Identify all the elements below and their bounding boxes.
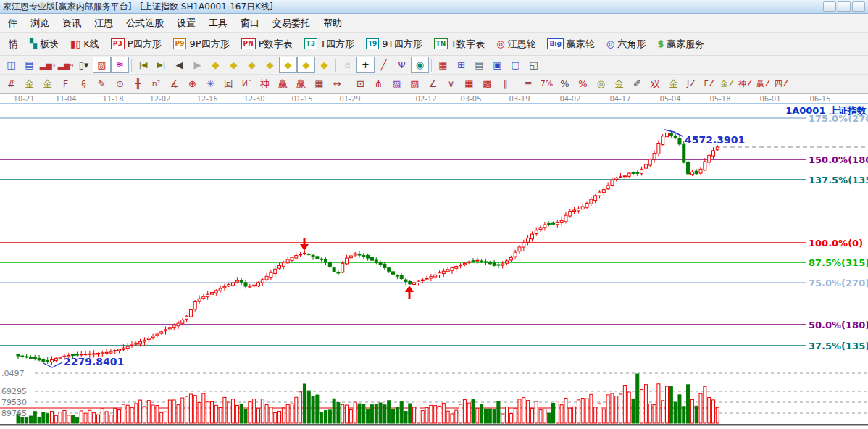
n-square-icon[interactable]: n² xyxy=(147,75,165,92)
width-measure-icon[interactable]: ↔ xyxy=(328,75,346,92)
feature-p-square[interactable]: P3P四方形 xyxy=(105,35,167,54)
bars-3-icon[interactable]: ▂▅₃ xyxy=(38,57,57,73)
minimize-button[interactable] xyxy=(823,1,836,12)
info-board-icon[interactable]: ▤ xyxy=(20,57,38,73)
j-angle-icon[interactable]: J∠ xyxy=(683,75,701,92)
gold-levels-icon[interactable]: 金 xyxy=(610,75,628,92)
save-web-icon[interactable]: ▢ xyxy=(506,57,525,73)
diamond-shrink2-icon[interactable]: ◆ xyxy=(279,57,297,73)
gold-angle-icon[interactable]: 金∠ xyxy=(719,75,737,92)
menu-trade-order[interactable]: 交易委托 xyxy=(266,14,317,32)
bars-9-icon[interactable]: ▂▅₉ xyxy=(57,57,75,73)
feature-t-number-table[interactable]: TNT数字表 xyxy=(428,35,491,54)
ying-grid-icon[interactable]: 赢 xyxy=(274,75,292,92)
first-bar-icon[interactable]: |◀ xyxy=(134,57,152,73)
menu-browse[interactable]: 浏览 xyxy=(24,14,56,32)
star-dots-icon[interactable]: ✳ xyxy=(201,75,220,92)
f-grid-icon[interactable]: F xyxy=(57,75,75,92)
feature-hexagon[interactable]: ◎六角形 xyxy=(601,35,651,54)
square-spiral-icon[interactable]: 回 xyxy=(220,75,238,92)
gann-fan-icon[interactable]: ⋔ xyxy=(370,75,388,92)
maximize-button[interactable] xyxy=(838,1,851,12)
angle-compass-icon[interactable]: ∡ xyxy=(165,75,183,92)
close-button[interactable] xyxy=(852,1,865,12)
kline-chart-area[interactable] xyxy=(0,103,868,429)
prev-page-icon[interactable]: ◀ xyxy=(170,57,188,73)
partial-tool-icon[interactable]: # xyxy=(2,75,20,92)
feature-9t-square[interactable]: T99T四方形 xyxy=(360,35,428,54)
zigzag-icon[interactable]: ∨ xyxy=(442,75,460,92)
double-box-icon[interactable]: 双 xyxy=(646,75,664,92)
trendline-icon[interactable]: ╱ xyxy=(375,57,393,73)
parallel-lines-icon[interactable]: ∥ xyxy=(496,75,514,92)
feature-p-number-table[interactable]: PNP数字表 xyxy=(235,35,299,54)
pattern-icon[interactable]: ▨ xyxy=(93,57,111,73)
screen-layout-icon[interactable]: ◫ xyxy=(2,57,20,73)
feature-gann-wheel[interactable]: ◎江恩轮 xyxy=(491,35,541,54)
diamond-expand2-icon[interactable]: ◆ xyxy=(297,57,315,73)
marker-pen-icon[interactable]: ✎ xyxy=(93,75,111,92)
ruler-123-icon[interactable]: ▦ xyxy=(310,75,328,92)
menu-settings[interactable]: 设置 xyxy=(170,14,202,32)
menu-window[interactable]: 窗口 xyxy=(234,14,266,32)
menu-file[interactable]: 件 xyxy=(1,14,24,32)
menu-news[interactable]: 资讯 xyxy=(56,14,88,32)
feature-t-square[interactable]: T3T四方形 xyxy=(299,35,360,54)
hand-tool-icon[interactable]: ☝ xyxy=(338,57,356,73)
download-pc-icon[interactable]: ◱ xyxy=(525,57,543,73)
smart-analysis-icon[interactable]: ◉ xyxy=(411,57,429,73)
feature-9p-square[interactable]: P99P四方形 xyxy=(167,35,235,54)
draw-pen-icon[interactable]: ✐ xyxy=(628,75,646,92)
percent-icon[interactable]: % xyxy=(556,75,574,92)
calculator-icon[interactable]: ⊞ xyxy=(452,57,470,73)
menu-gann[interactable]: 江恩 xyxy=(88,14,120,32)
calendar-icon[interactable]: ▦ xyxy=(434,57,452,73)
four-angle-icon[interactable]: 四∠ xyxy=(773,75,791,92)
diamond-shrink-icon[interactable]: ◆ xyxy=(261,57,279,73)
color-bars-icon[interactable]: ≋ xyxy=(111,57,129,73)
time-cycle-icon[interactable]: ⊙ xyxy=(111,75,129,92)
next-page-icon[interactable]: ▶ xyxy=(188,57,206,73)
crosshair-icon[interactable]: + xyxy=(356,57,375,73)
percent7-icon[interactable]: 7% xyxy=(538,75,556,92)
diamond-expand-icon[interactable]: ◆ xyxy=(243,57,261,73)
gann-box-purple-icon[interactable]: ▨ xyxy=(388,75,406,92)
grid-box-icon[interactable]: ▦ xyxy=(460,75,478,92)
angle-lines-icon[interactable]: ∠ xyxy=(424,75,442,92)
f-angle-icon[interactable]: F∠ xyxy=(701,75,719,92)
gold-underline-icon[interactable]: 金 xyxy=(664,75,683,92)
kline-period-icon[interactable]: ▯▾ xyxy=(75,57,93,73)
percent-levels-icon[interactable]: % xyxy=(574,75,592,92)
window-controls xyxy=(823,1,865,12)
gann-shape-icon[interactable]: Ψ xyxy=(393,57,411,73)
menu-help[interactable]: 帮助 xyxy=(317,14,349,32)
feature-winner-wheel[interactable]: Big赢家轮 xyxy=(541,35,600,54)
feature-kline[interactable]: ▮▯K线 xyxy=(64,35,105,54)
ying-angle-icon[interactable]: 赢∠ xyxy=(755,75,773,92)
feature-quotes[interactable]: 情 xyxy=(3,35,24,54)
tick-ruler-icon[interactable]: ╫ xyxy=(129,75,147,92)
shen-icon[interactable]: 神 xyxy=(256,75,274,92)
feature-winner-service[interactable]: $赢家服务 xyxy=(651,35,710,54)
i-quote-icon[interactable]: И˝ xyxy=(238,75,256,92)
menu-tools[interactable]: 工具 xyxy=(202,14,234,32)
notes-icon[interactable]: ▤ xyxy=(470,57,488,73)
last-bar-icon[interactable]: ▶| xyxy=(152,57,170,73)
diamond-left-icon[interactable]: ◆ xyxy=(206,57,225,73)
gold-grid2-icon[interactable]: 金 xyxy=(38,75,57,92)
shen-angle-icon[interactable]: 神∠ xyxy=(737,75,755,92)
feature-sectors[interactable]: ▚板块 xyxy=(24,35,64,54)
grid-box2-icon[interactable]: ▩ xyxy=(478,75,496,92)
gann-box-red-icon[interactable]: ▨ xyxy=(406,75,424,92)
box-axes-icon[interactable]: ⊡ xyxy=(351,75,370,92)
gold-grid-icon[interactable]: 金 xyxy=(20,75,38,92)
spiral-icon[interactable]: § xyxy=(75,75,93,92)
diamond-move-icon[interactable]: ◆ xyxy=(315,57,333,73)
ying-line-icon[interactable]: 赢 xyxy=(292,75,310,92)
save-icon[interactable]: ▣ xyxy=(488,57,506,73)
price-ladder-icon[interactable]: ≡ xyxy=(519,75,538,92)
menu-formula-stock-pick[interactable]: 公式选股 xyxy=(120,14,170,32)
circle-gold-icon[interactable]: ◎ xyxy=(592,75,610,92)
circle-cross-icon[interactable]: ⊕ xyxy=(183,75,201,92)
diamond-right-icon[interactable]: ◆ xyxy=(225,57,243,73)
